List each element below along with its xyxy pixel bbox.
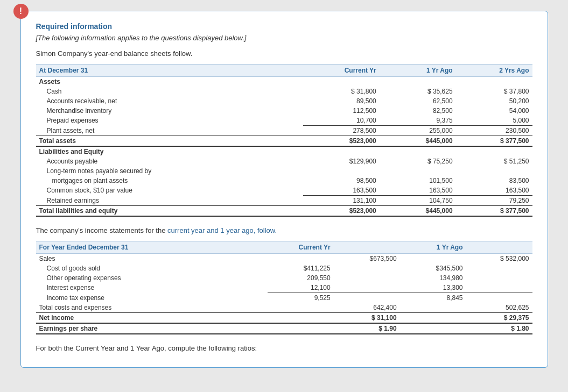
bs-val-0: 163,500 xyxy=(303,186,380,196)
is-val-2: 134,980 xyxy=(400,273,466,283)
is-val-2: 13,300 xyxy=(400,283,466,293)
bs-val-1: 9,375 xyxy=(380,116,456,126)
bs-label: Prepaid expenses xyxy=(36,116,303,126)
is-val-0: 12,100 xyxy=(268,283,334,293)
bs-label: Total assets xyxy=(36,136,303,147)
bs-label: Assets xyxy=(36,77,303,87)
bs-label: Plant assets, net xyxy=(36,126,303,136)
is-val-2: $345,500 xyxy=(400,263,466,273)
is-val-3 xyxy=(466,293,532,303)
table-row: Common stock, $10 par value163,500163,50… xyxy=(36,186,532,196)
is-label: Total costs and expenses xyxy=(36,303,268,313)
bs-val-1: 82,500 xyxy=(380,106,456,116)
italic-note: [The following information applies to th… xyxy=(36,34,532,42)
is-val-1: $673,500 xyxy=(334,254,400,264)
bs-val-0: $523,000 xyxy=(303,136,380,147)
bs-label: Retained earnings xyxy=(36,196,303,206)
main-card: ! Required information [The following in… xyxy=(20,11,548,368)
is-label: Income tax expense xyxy=(36,293,268,303)
is-val-3: $ 532,000 xyxy=(466,254,532,264)
is-val-0 xyxy=(268,254,334,264)
table-row: Income tax expense9,5258,845 xyxy=(36,293,532,303)
bs-label: mortgages on plant assets xyxy=(36,176,303,186)
bs-val-0 xyxy=(303,77,380,87)
table-row: Plant assets, net278,500255,000230,500 xyxy=(36,126,532,136)
is-val-2: 8,845 xyxy=(400,293,466,303)
table-row: Net income$ 31,100$ 29,375 xyxy=(36,313,532,324)
is-header-col0: For Year Ended December 31 xyxy=(36,241,268,254)
bottom-text: For both the Current Year and 1 Year Ago… xyxy=(36,344,532,352)
bs-label: Liabilities and Equity xyxy=(36,146,303,156)
bs-label: Total liabilities and equity xyxy=(36,206,303,217)
table-row: Merchandise inventory112,50082,50054,000 xyxy=(36,106,532,116)
is-val-2 xyxy=(400,323,466,334)
is-header-col2 xyxy=(334,241,400,254)
bs-val-0: 98,500 xyxy=(303,176,380,186)
is-header-col3: 1 Yr Ago xyxy=(400,241,466,254)
is-val-3 xyxy=(466,283,532,293)
balance-sheet-header: At December 31 Current Yr 1 Yr Ago 2 Yrs… xyxy=(36,65,532,77)
table-row: Total liabilities and equity$523,000$445… xyxy=(36,206,532,217)
table-row: Accounts payable$129,900$ 75,250$ 51,250 xyxy=(36,156,532,166)
bs-header-col0: At December 31 xyxy=(36,65,303,77)
is-label: Sales xyxy=(36,254,268,264)
bs-header-col2: 1 Yr Ago xyxy=(380,65,456,77)
table-row: Cash$ 31,800$ 35,625$ 37,800 xyxy=(36,87,532,96)
bs-label: Accounts receivable, net xyxy=(36,96,303,106)
is-val-2 xyxy=(400,303,466,313)
table-row: Prepaid expenses10,7009,3755,000 xyxy=(36,116,532,126)
bs-label: Common stock, $10 par value xyxy=(36,186,303,196)
bs-val-2 xyxy=(456,146,532,156)
bs-val-2: 50,200 xyxy=(456,96,532,106)
bs-val-2: 5,000 xyxy=(456,116,532,126)
is-val-2 xyxy=(400,254,466,264)
bs-val-1: $ 75,250 xyxy=(380,156,456,166)
is-val-1 xyxy=(334,283,400,293)
is-val-1: $ 1.90 xyxy=(334,323,400,334)
bs-val-2: 83,500 xyxy=(456,176,532,186)
bs-val-2: $ 377,500 xyxy=(456,206,532,217)
bs-val-1: 163,500 xyxy=(380,186,456,196)
income-intro: The company's income statements for the … xyxy=(36,226,532,234)
bs-label: Long-term notes payable secured by xyxy=(36,166,303,176)
bs-val-0: 278,500 xyxy=(303,126,380,136)
table-row: mortgages on plant assets98,500101,50083… xyxy=(36,176,532,186)
bs-val-0: 10,700 xyxy=(303,116,380,126)
bs-val-0: $523,000 xyxy=(303,206,380,217)
income-statement-table: For Year Ended December 31 Current Yr 1 … xyxy=(36,241,532,334)
is-val-0: $411,225 xyxy=(268,263,334,273)
is-val-3 xyxy=(466,273,532,283)
balance-sheet-intro: Simon Company's year-end balance sheets … xyxy=(36,49,532,58)
bs-val-2: 79,250 xyxy=(456,196,532,206)
table-row: Accounts receivable, net89,50062,50050,2… xyxy=(36,96,532,106)
bs-label: Cash xyxy=(36,87,303,96)
is-label: Net income xyxy=(36,313,268,324)
is-val-3: $ 1.80 xyxy=(466,323,532,334)
bs-val-1: $445,000 xyxy=(380,206,456,217)
is-header-row: For Year Ended December 31 Current Yr 1 … xyxy=(36,241,532,254)
alert-icon: ! xyxy=(13,4,29,19)
bs-val-2 xyxy=(456,166,532,176)
bs-val-0: 112,500 xyxy=(303,106,380,116)
bs-val-1: $ 35,625 xyxy=(380,87,456,96)
table-row: Earnings per share$ 1.90$ 1.80 xyxy=(36,323,532,334)
bs-val-0 xyxy=(303,146,380,156)
bs-val-0: $ 31,800 xyxy=(303,87,380,96)
bs-val-0 xyxy=(303,166,380,176)
is-label: Cost of goods sold xyxy=(36,263,268,273)
is-val-2 xyxy=(400,313,466,324)
bs-val-2 xyxy=(456,77,532,87)
bs-val-1: 255,000 xyxy=(380,126,456,136)
bs-val-0: 89,500 xyxy=(303,96,380,106)
table-row: Total costs and expenses642,400502,625 xyxy=(36,303,532,313)
bs-val-1: 101,500 xyxy=(380,176,456,186)
is-val-0: 209,550 xyxy=(268,273,334,283)
is-val-0 xyxy=(268,313,334,324)
is-label: Earnings per share xyxy=(36,323,268,334)
is-val-1 xyxy=(334,263,400,273)
table-row: Long-term notes payable secured by xyxy=(36,166,532,176)
is-val-3: $ 29,375 xyxy=(466,313,532,324)
is-val-1: 642,400 xyxy=(334,303,400,313)
bs-val-1: 62,500 xyxy=(380,96,456,106)
bs-val-1 xyxy=(380,146,456,156)
